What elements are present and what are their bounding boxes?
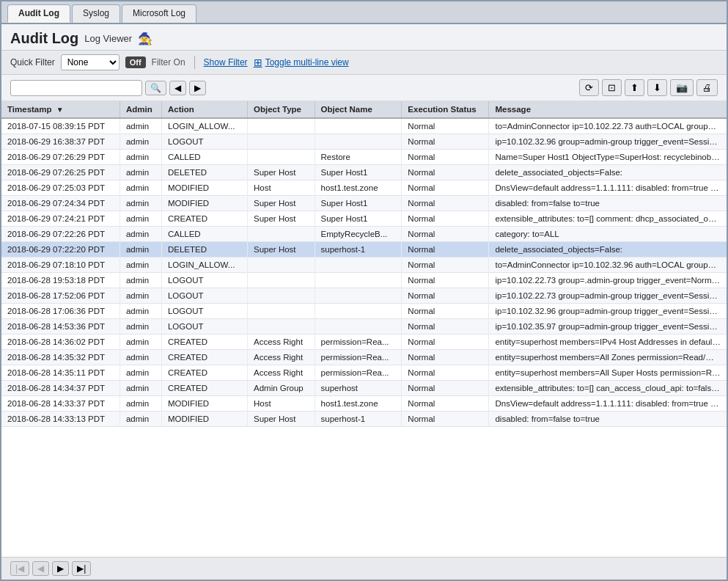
table-cell: 2018-06-28 14:33:13 PDT	[1, 412, 120, 427]
table-row[interactable]: 2018-06-28 14:33:13 PDTadminMODIFIEDSupe…	[1, 412, 727, 427]
table-cell: delete_associated_objects=False:	[489, 165, 727, 180]
nav-first-button[interactable]: |◀	[10, 561, 29, 576]
table-row[interactable]: 2018-06-28 14:33:37 PDTadminMODIFIEDHost…	[1, 396, 727, 412]
table-cell: admin	[120, 350, 161, 365]
table-cell: extensible_attributes: to=[] can_access_…	[489, 381, 727, 396]
prev-search-button[interactable]: ◀	[169, 81, 186, 95]
toggle-multi-line-button[interactable]: ⊞ Toggle multi-line view	[254, 56, 349, 68]
table-cell	[315, 273, 402, 288]
table-row[interactable]: 2018-06-29 07:26:25 PDTadminDELETEDSuper…	[1, 165, 727, 180]
export-button[interactable]: ⊡	[602, 79, 622, 96]
table-row[interactable]: 2018-06-28 14:36:02 PDTadminCREATEDAcces…	[1, 335, 727, 350]
table-container[interactable]: Timestamp ▼ Admin Action Object Type Obj…	[1, 101, 727, 557]
table-row[interactable]: 2018-06-29 07:18:10 PDTadminLOGIN_ALLOW.…	[1, 257, 727, 273]
table-cell: DELETED	[161, 242, 247, 257]
table-cell: 2018-06-28 17:52:06 PDT	[1, 288, 120, 304]
table-cell: Super Host	[248, 165, 315, 180]
table-cell	[315, 257, 402, 273]
table-cell: admin	[120, 118, 161, 134]
tab-bar: Audit Log Syslog Microsoft Log	[1, 1, 727, 24]
table-cell	[248, 257, 315, 273]
filter-toggle-off[interactable]: Off	[125, 56, 146, 68]
table-cell: Normal	[402, 134, 489, 150]
next-search-button[interactable]: ▶	[189, 81, 206, 95]
table-row[interactable]: 2018-06-28 14:35:32 PDTadminCREATEDAcces…	[1, 350, 727, 365]
col-admin[interactable]: Admin	[120, 101, 161, 118]
table-cell: 2018-06-29 07:26:29 PDT	[1, 150, 120, 165]
nav-prev-button[interactable]: ◀	[32, 561, 49, 576]
col-action[interactable]: Action	[161, 101, 247, 118]
nav-next-button[interactable]: ▶	[52, 561, 69, 576]
table-cell: Host	[248, 180, 315, 196]
table-row[interactable]: 2018-06-29 07:25:03 PDTadminMODIFIEDHost…	[1, 180, 727, 196]
tab-audit-log[interactable]: Audit Log	[7, 4, 70, 23]
table-header-row: Timestamp ▼ Admin Action Object Type Obj…	[1, 101, 727, 118]
tab-syslog[interactable]: Syslog	[72, 4, 120, 23]
search-input[interactable]	[10, 80, 142, 96]
table-cell: Super Host	[248, 412, 315, 427]
table-row[interactable]: 2018-06-29 07:26:29 PDTadminCALLEDRestor…	[1, 150, 727, 165]
table-cell: MODIFIED	[161, 180, 247, 196]
table-cell: 2018-06-28 14:53:36 PDT	[1, 319, 120, 335]
table-row[interactable]: 2018-07-15 08:39:15 PDTadminLOGIN_ALLOW.…	[1, 118, 727, 134]
quick-filter-select[interactable]: None	[61, 54, 120, 70]
table-cell: LOGOUT	[161, 273, 247, 288]
table-row[interactable]: 2018-06-29 07:22:20 PDTadminDELETEDSuper…	[1, 242, 727, 257]
table-cell: MODIFIED	[161, 396, 247, 412]
tab-microsoft-log[interactable]: Microsoft Log	[122, 4, 196, 23]
col-object-type[interactable]: Object Type	[248, 101, 315, 118]
table-cell	[248, 304, 315, 319]
table-row[interactable]: 2018-06-28 14:35:11 PDTadminCREATEDAcces…	[1, 365, 727, 381]
table-cell: ip=10.102.22.73 group=admin-group trigge…	[489, 288, 727, 304]
table-cell: Normal	[402, 180, 489, 196]
page-title: Audit Log	[10, 30, 78, 47]
table-cell: Access Right	[248, 350, 315, 365]
table-row[interactable]: 2018-06-28 19:53:18 PDTadminLOGOUTNormal…	[1, 273, 727, 288]
table-cell	[248, 227, 315, 242]
table-row[interactable]: 2018-06-29 07:24:34 PDTadminMODIFIEDSupe…	[1, 196, 727, 211]
table-row[interactable]: 2018-06-29 07:24:21 PDTadminCREATEDSuper…	[1, 211, 727, 227]
table-cell: 2018-06-28 17:06:36 PDT	[1, 304, 120, 319]
camera-button[interactable]: 📷	[670, 79, 694, 96]
col-message[interactable]: Message	[489, 101, 727, 118]
table-cell: admin	[120, 273, 161, 288]
table-row[interactable]: 2018-06-28 17:06:36 PDTadminLOGOUTNormal…	[1, 304, 727, 319]
table-cell: admin	[120, 396, 161, 412]
table-row[interactable]: 2018-06-29 16:38:37 PDTadminLOGOUTNormal…	[1, 134, 727, 150]
table-row[interactable]: 2018-06-28 17:52:06 PDTadminLOGOUTNormal…	[1, 288, 727, 304]
download-button[interactable]: ⬇	[647, 79, 667, 96]
nav-last-button[interactable]: ▶|	[72, 561, 91, 576]
table-cell: Normal	[402, 257, 489, 273]
table-cell: 2018-06-29 07:25:03 PDT	[1, 180, 120, 196]
col-timestamp[interactable]: Timestamp ▼	[1, 101, 120, 118]
refresh-button[interactable]: ⟳	[579, 79, 599, 96]
table-cell: 2018-06-29 07:24:21 PDT	[1, 211, 120, 227]
table-cell	[248, 118, 315, 134]
table-row[interactable]: 2018-06-28 14:53:36 PDTadminLOGOUTNormal…	[1, 319, 727, 335]
table-cell: Normal	[402, 227, 489, 242]
quick-filter-label: Quick Filter	[10, 57, 55, 67]
table-cell: 2018-06-29 07:22:26 PDT	[1, 227, 120, 242]
search-button[interactable]: 🔍	[145, 81, 166, 95]
table-cell: disabled: from=false to=true	[489, 196, 727, 211]
toggle-multi-icon: ⊞	[254, 56, 262, 68]
table-cell: 2018-06-29 07:22:20 PDT	[1, 242, 120, 257]
col-object-name[interactable]: Object Name	[315, 101, 402, 118]
table-cell: admin	[120, 180, 161, 196]
table-cell: LOGIN_ALLOW...	[161, 257, 247, 273]
table-cell: ip=10.102.32.96 group=admin-group trigge…	[489, 304, 727, 319]
table-cell: category: to=ALL	[489, 227, 727, 242]
table-row[interactable]: 2018-06-28 14:34:37 PDTadminCREATEDAdmin…	[1, 381, 727, 396]
col-execution-status[interactable]: Execution Status	[402, 101, 489, 118]
table-cell: 2018-06-28 14:35:11 PDT	[1, 365, 120, 381]
table-cell: Super Host1	[315, 211, 402, 227]
app-container: Audit Log Syslog Microsoft Log Audit Log…	[0, 0, 728, 581]
toggle-multi-label: Toggle multi-line view	[265, 57, 349, 67]
print-button[interactable]: 🖨	[696, 79, 718, 96]
wizard-icon[interactable]: 🧙	[138, 32, 152, 45]
upload-button[interactable]: ⬆	[625, 79, 644, 96]
table-cell: admin	[120, 365, 161, 381]
table-cell: LOGOUT	[161, 134, 247, 150]
table-row[interactable]: 2018-06-29 07:22:26 PDTadminCALLEDEmptyR…	[1, 227, 727, 242]
show-filter-button[interactable]: Show Filter	[204, 57, 248, 67]
